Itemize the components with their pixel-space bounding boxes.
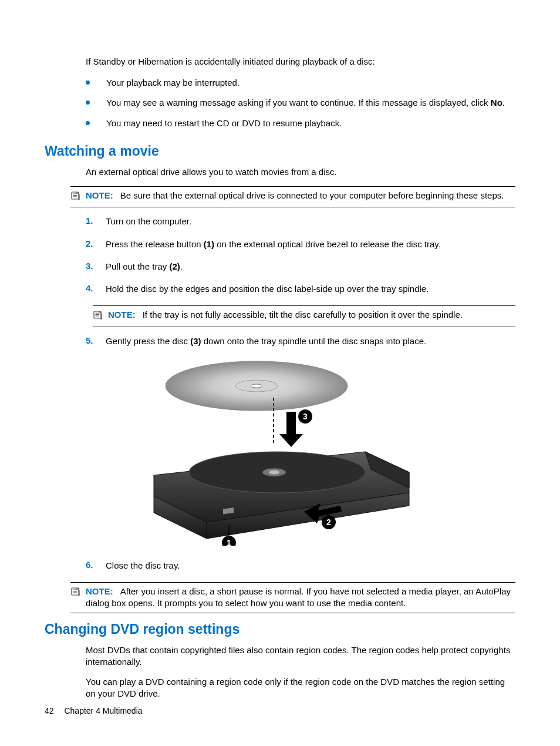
page-number: 42	[45, 706, 54, 715]
section-paragraph: An external optical drive allows you to …	[86, 166, 515, 178]
step-item: 4. Hold the disc by the edges and positi…	[86, 283, 515, 295]
list-item: Your playback may be interrupted.	[86, 77, 515, 89]
steps-list-cont2: 6. Close the disc tray.	[45, 560, 515, 572]
note-text-body: After you insert a disc, a short pause i…	[86, 586, 511, 608]
step-text: Close the disc tray.	[106, 560, 515, 572]
bullet-text: You may need to restart the CD or DVD to…	[106, 117, 515, 129]
step-text-part: on the external optical drive bezel to r…	[214, 239, 441, 249]
note-label: NOTE:	[86, 190, 113, 200]
svg-text:2: 2	[326, 518, 331, 527]
chapter-label: Chapter 4 Multimedia	[64, 706, 142, 715]
list-item: You may see a warning message asking if …	[86, 97, 515, 109]
bullet-text: You may see a warning message asking if …	[106, 97, 515, 109]
step-text: Press the release button (1) on the exte…	[106, 238, 515, 250]
step-number: 2.	[86, 238, 106, 248]
bullet-text: Your playback may be interrupted.	[106, 77, 515, 89]
note-label: NOTE:	[108, 310, 136, 320]
note-block: NOTE:After you insert a disc, a short pa…	[70, 582, 515, 613]
section-heading-dvd-region: Changing DVD region settings	[45, 621, 515, 637]
step-number: 6.	[86, 560, 106, 570]
section-paragraph: Most DVDs that contain copyrighted files…	[86, 644, 515, 668]
bold-text: (1)	[204, 239, 214, 249]
step-number: 3.	[86, 261, 106, 271]
svg-point-16	[269, 470, 279, 474]
note-block: NOTE:Be sure that the external optical d…	[70, 186, 515, 207]
note-label: NOTE:	[86, 586, 113, 596]
list-item: You may need to restart the CD or DVD to…	[86, 117, 515, 129]
step-item: 6. Close the disc tray.	[86, 560, 515, 572]
step-text: Pull out the tray (2).	[106, 261, 515, 273]
note-block: NOTE:If the tray is not fully accessible…	[93, 305, 515, 327]
step-text: Turn on the computer.	[106, 216, 515, 227]
step-text: Gently press the disc (3) down onto the …	[106, 335, 515, 347]
disc-drive-illustration: 3 2 1	[45, 358, 515, 546]
note-text-body: Be sure that the external optical drive …	[120, 190, 504, 200]
bullet-text-part: .	[502, 98, 505, 107]
step-item: 3. Pull out the tray (2).	[86, 261, 515, 273]
step-item: 5. Gently press the disc (3) down onto t…	[86, 335, 515, 347]
step-item: 1. Turn on the computer.	[86, 216, 515, 227]
step-number: 1.	[86, 216, 106, 226]
svg-text:1: 1	[227, 538, 231, 546]
svg-point-10	[251, 384, 262, 388]
intro-bullet-list: Your playback may be interrupted. You ma…	[45, 77, 515, 129]
note-content: NOTE:After you insert a disc, a short pa…	[86, 586, 515, 610]
step-text-part: Press the release button	[106, 239, 204, 249]
steps-list: 1. Turn on the computer. 2. Press the re…	[45, 216, 515, 295]
note-content: NOTE:If the tray is not fully accessible…	[108, 309, 515, 321]
bold-text: No	[491, 98, 502, 107]
bullet-text-part: You may see a warning message asking if …	[106, 98, 491, 107]
bold-text: (2)	[169, 261, 180, 271]
step-text-part: down onto the tray spindle until the dis…	[201, 336, 427, 346]
note-icon	[70, 586, 81, 600]
note-content: NOTE:Be sure that the external optical d…	[86, 190, 515, 201]
document-page: If Standby or Hibernation is accidentall…	[0, 0, 560, 746]
note-icon	[93, 310, 103, 323]
step-number: 5.	[86, 335, 106, 345]
step-text-part: Pull out the tray	[106, 261, 169, 271]
step-text-part: Gently press the disc	[106, 336, 190, 346]
section-heading-watching-movie: Watching a movie	[45, 143, 515, 159]
bullet-icon	[86, 121, 90, 125]
note-icon	[70, 190, 81, 204]
bold-text: (3)	[190, 336, 201, 346]
section-paragraph: You can play a DVD containing a region c…	[86, 676, 515, 700]
bullet-icon	[86, 100, 90, 105]
step-text: Hold the disc by the edges and position …	[106, 283, 515, 295]
step-number: 4.	[86, 283, 106, 293]
bullet-icon	[86, 80, 90, 85]
note-text-body: If the tray is not fully accessible, til…	[143, 310, 463, 320]
page-footer: 42 Chapter 4 Multimedia	[45, 706, 143, 715]
step-item: 2. Press the release button (1) on the e…	[86, 238, 515, 250]
steps-list-cont: 5. Gently press the disc (3) down onto t…	[45, 335, 515, 347]
intro-paragraph: If Standby or Hibernation is accidentall…	[86, 56, 515, 66]
svg-text:3: 3	[303, 412, 308, 421]
step-text-part: .	[180, 261, 183, 271]
